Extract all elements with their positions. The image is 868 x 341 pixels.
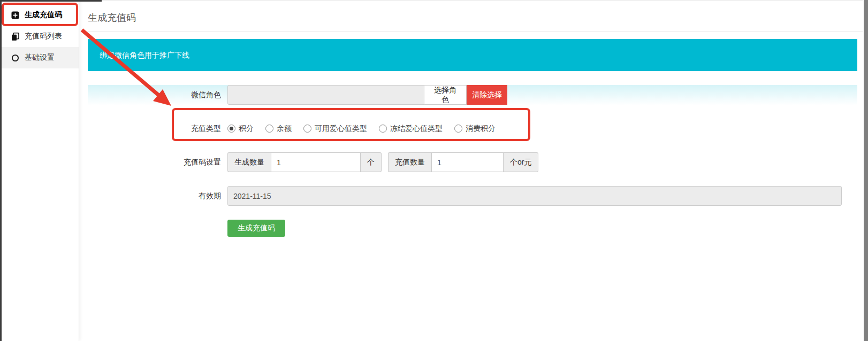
plus-square-icon [11,11,19,19]
circle-icon [11,54,19,62]
wechat-role-label: 微信角色 [88,90,227,100]
sidebar: 生成充值码 充值码列表 基础设置 [0,0,79,341]
generate-qty-group: 生成数量 个 [227,152,382,172]
top-divider [79,1,868,1]
generate-qty-input[interactable] [271,152,361,172]
form-row-submit: 生成充值码 [88,206,857,237]
panel-heading: 绑定微信角色用于推广下线 [88,39,857,71]
top-dark-edge [0,0,102,2]
panel-body: 微信角色 选择角色 清除选择 充值类型 积分 [88,85,857,253]
clear-selection-button[interactable]: 清除选择 [467,85,507,105]
validity-date-input[interactable] [227,186,842,206]
radio-label: 冻结爱心值类型 [390,124,443,134]
radio-icon [379,125,387,133]
recharge-qty-input[interactable] [431,152,504,172]
code-settings-label: 充值码设置 [88,158,227,167]
sidebar-item-label: 充值码列表 [25,32,62,41]
window-left-edge [0,0,2,341]
recharge-type-label: 充值类型 [88,124,227,134]
radio-label: 余额 [277,124,292,134]
recharge-qty-group: 充值数量 个or元 [388,152,538,172]
recharge-qty-suffix: 个or元 [504,152,538,172]
radio-frozen-love-value[interactable]: 冻结爱心值类型 [379,124,443,134]
radio-consume-points[interactable]: 消费积分 [454,124,496,134]
form-row-validity: 有效期 [88,186,857,206]
generate-code-button[interactable]: 生成充值码 [227,220,285,237]
radio-label: 积分 [239,124,254,134]
select-role-button[interactable]: 选择角色 [424,85,467,105]
panel: 绑定微信角色用于推广下线 微信角色 选择角色 清除选择 充值类型 [88,39,857,253]
radio-icon [454,125,462,133]
main-content: 生成充值码 绑定微信角色用于推广下线 微信角色 选择角色 清除选择 充值类型 [79,0,868,341]
copy-icon [11,33,19,41]
sidebar-item-basic-settings[interactable]: 基础设置 [0,47,79,68]
radio-icon [265,125,273,133]
radio-balance[interactable]: 余额 [265,124,292,134]
radio-label: 消费积分 [466,124,496,134]
sidebar-item-label: 基础设置 [25,53,55,63]
recharge-qty-addon: 充值数量 [388,152,431,172]
sidebar-item-generate-code[interactable]: 生成充值码 [0,4,79,26]
title-divider [87,32,863,32]
wechat-role-input[interactable] [227,85,424,105]
vertical-scrollbar[interactable] [863,0,868,341]
radio-icon [303,125,311,133]
validity-label: 有效期 [88,191,227,201]
radio-label: 可用爱心值类型 [315,124,367,134]
page-title: 生成充值码 [87,0,868,32]
form-row-wechat-role: 微信角色 选择角色 清除选择 [88,85,857,105]
radio-available-love-value[interactable]: 可用爱心值类型 [303,124,367,134]
radio-icon [227,125,235,133]
sidebar-item-label: 生成充值码 [25,10,62,20]
generate-qty-addon: 生成数量 [227,152,271,172]
sidebar-item-code-list[interactable]: 充值码列表 [0,26,79,47]
form-row-code-settings: 充值码设置 生成数量 个 充值数量 个or元 [88,152,857,172]
generate-qty-suffix: 个 [361,152,382,172]
form-row-recharge-type: 充值类型 积分 余额 可用爱心值类型 [88,119,857,138]
radio-points[interactable]: 积分 [227,124,254,134]
